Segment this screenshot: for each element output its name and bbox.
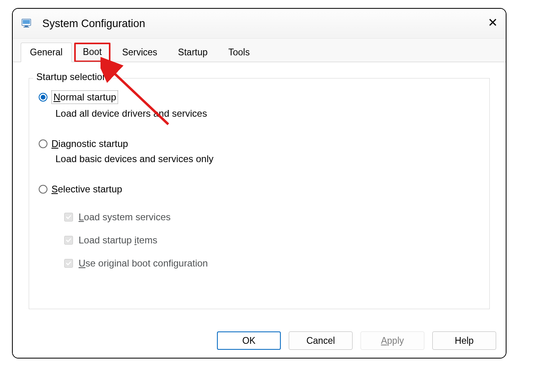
radio-label: Selective startup	[51, 184, 122, 195]
checkmark-icon	[64, 236, 73, 245]
radio-icon	[39, 139, 47, 148]
svg-rect-3	[24, 27, 29, 27]
system-configuration-window: System Configuration ✕ General Boot Serv…	[12, 8, 507, 359]
dialog-buttons: OK Cancel Apply Help	[217, 331, 496, 350]
radio-diagnostic-startup[interactable]: Diagnostic startup Load basic devices an…	[39, 138, 481, 165]
msconfig-icon	[21, 17, 34, 30]
radio-description: Load basic devices and services only	[55, 153, 481, 165]
content-panel: Startup selection Normal startup Load al…	[13, 62, 506, 358]
tab-general[interactable]: General	[21, 43, 72, 62]
tab-strip: General Boot Services Startup Tools	[13, 39, 506, 62]
tab-boot[interactable]: Boot	[74, 43, 110, 62]
radio-description: Load all device drivers and services	[55, 108, 481, 119]
checkmark-icon	[64, 259, 73, 268]
svg-rect-1	[23, 20, 30, 24]
tab-tools[interactable]: Tools	[219, 43, 259, 62]
titlebar: System Configuration ✕	[13, 9, 506, 39]
checkbox-label: Load system services	[79, 212, 171, 223]
radio-group: Normal startup Load all device drivers a…	[39, 90, 481, 269]
checkbox-label: Load startup items	[79, 235, 157, 246]
selective-checkboxes: Load system services Load startup items …	[64, 212, 481, 269]
radio-icon	[39, 93, 47, 102]
fieldset-legend: Startup selection	[33, 71, 111, 82]
ok-button[interactable]: OK	[217, 331, 281, 350]
help-button[interactable]: Help	[432, 331, 496, 350]
apply-button[interactable]: Apply	[361, 331, 424, 350]
radio-label: Diagnostic startup	[51, 138, 128, 149]
checkbox-use-original-boot[interactable]: Use original boot configuration	[64, 258, 481, 269]
cancel-button[interactable]: Cancel	[289, 331, 353, 350]
tab-startup[interactable]: Startup	[169, 43, 217, 62]
checkbox-load-system-services[interactable]: Load system services	[64, 212, 481, 223]
window-title: System Configuration	[42, 18, 145, 30]
tab-services[interactable]: Services	[113, 43, 166, 62]
startup-selection-fieldset: Startup selection Normal startup Load al…	[29, 78, 490, 309]
radio-selective-startup[interactable]: Selective startup Load system services L…	[39, 184, 481, 269]
radio-label: Normal startup	[51, 90, 118, 104]
checkbox-label: Use original boot configuration	[79, 258, 208, 269]
radio-normal-startup[interactable]: Normal startup Load all device drivers a…	[39, 90, 481, 119]
checkbox-load-startup-items[interactable]: Load startup items	[64, 235, 481, 246]
radio-icon	[39, 185, 47, 194]
close-icon[interactable]: ✕	[488, 17, 498, 29]
checkmark-icon	[64, 213, 73, 221]
svg-rect-2	[25, 25, 28, 27]
